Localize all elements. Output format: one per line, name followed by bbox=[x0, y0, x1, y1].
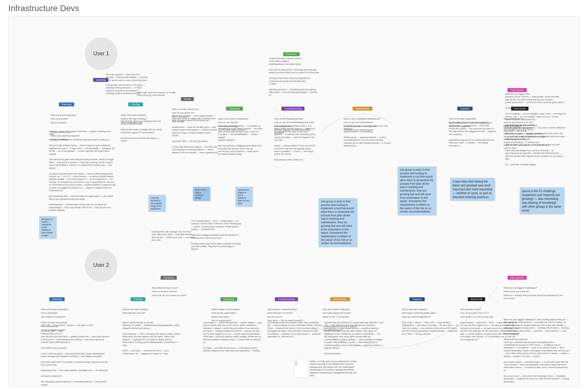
planning-notes-u1: real topic: you're 1x/yr a year in advan… bbox=[49, 130, 116, 212]
category-tag-arrival-u1: Arrival bbox=[181, 97, 194, 101]
mid-role-note: basically left to lab manager role: inve… bbox=[152, 230, 196, 242]
sticky-group-early-1[interactable]: one group is early in their process and … bbox=[319, 198, 357, 247]
category-tag-painquotes-u1: Pain Quotes bbox=[508, 88, 527, 92]
category-tag-deploying-u2: Deploying bbox=[220, 297, 237, 301]
netbox-description: NetBox is a fully open-sourced platform … bbox=[310, 360, 357, 377]
category-tag-summary-u2: Summary bbox=[161, 276, 177, 280]
upgrade-notes-u2: SDP cloud — when? — PM's, KPC — they han… bbox=[402, 321, 460, 335]
funding-questions-u2: What is the team funding?Whal plan the r… bbox=[122, 302, 155, 321]
sticky-group-early-2[interactable]: one group is early in their process and … bbox=[397, 166, 436, 215]
category-tag-planning-u1: Planning bbox=[59, 102, 74, 106]
painquotes-notes-u2: What are your biggest challenges?: Most … bbox=[504, 318, 571, 387]
category-tag-upgrade-u2: Upgrade bbox=[409, 297, 425, 301]
category-tag-eol-u2: End of Life bbox=[468, 297, 485, 301]
category-tag-troubleshooting-u2: Troubleshooting bbox=[275, 297, 298, 301]
avatar-user-1: User 1 bbox=[85, 37, 117, 70]
category-tag-planning-u2: Planning bbox=[49, 297, 65, 301]
category-tag-painquotes-u2: Pain Quotes bbox=[508, 276, 527, 280]
arrival-notes-u1: Arrival runs OS only — Hvw usually handl… bbox=[172, 114, 218, 154]
category-tag-maintenance-u2: Maintenance bbox=[330, 297, 350, 301]
sticky-syshelp[interactable]: systems are staged to find a help/role t… bbox=[235, 187, 253, 207]
diagram-canvas[interactable]: User 1 Learning life in-lab capacity — f… bbox=[8, 16, 580, 387]
summary-questions-u2: Why fathered bog to sum?How fr a soutini… bbox=[152, 281, 191, 304]
category-tag-funding-u2: Funding bbox=[131, 297, 145, 301]
maintenance-notes-u2: question they are looking at: a couple y… bbox=[324, 321, 384, 355]
painquotes-questions-u2: What are my biggest challenges?What woul… bbox=[504, 281, 563, 307]
funding-notes-u1: fully internal; teams are charged to lab… bbox=[121, 120, 163, 143]
painquotes-notes-u1: when this is a bigger hurd? wearped of l… bbox=[505, 93, 567, 166]
sticky-cas[interactable]: CAS are involved in the physical setup o… bbox=[148, 195, 166, 212]
sticky-ads[interactable]: ADS / PDLs only a common thread bbox=[193, 187, 210, 201]
planning-notes-u2: further out than most people PLR's PM — … bbox=[41, 321, 110, 387]
note-intro-1: life in-lab capacity — found new SPs rec… bbox=[106, 73, 148, 82]
trouble-notes-u1: node-backed unit — thanks! wow — it is t… bbox=[274, 125, 322, 161]
sticky-latest-greatest[interactable]: it was clear that having the latest and … bbox=[450, 178, 495, 201]
sticky-space-challenge[interactable]: space is the #1 challenge (expansion and… bbox=[520, 187, 564, 214]
embedded-page-preview[interactable]: ■■■■■■■■■■ bbox=[294, 360, 308, 378]
category-tag-maintenance-u1: Maintenance bbox=[353, 107, 372, 111]
comment-body: Confirm the idea of shared concern Learn… bbox=[269, 57, 320, 97]
category-tag-troubleshooting-u1: Troubleshooting bbox=[281, 107, 304, 111]
deploying-notes-u1: All entirety deploying cluster — for reg… bbox=[218, 125, 266, 156]
cloud-architect-note: One Cloud Architect — Arun — inflop tact… bbox=[191, 220, 242, 251]
category-tag-funding-u1: Funding bbox=[128, 102, 143, 106]
page-title: Infrastructure Devs bbox=[8, 4, 580, 13]
funding-notes-u2: Haven't gotten through an off-site. Plan… bbox=[122, 321, 182, 355]
deploying-notes-u2: couple layers — critical infrastructure … bbox=[203, 321, 263, 352]
comment-tag: Comment bbox=[283, 52, 300, 56]
category-tag-upgrade-u1: Upgrade bbox=[457, 107, 473, 111]
upgrade-notes-u1: the worksheet seen — with more cycles co… bbox=[449, 122, 500, 147]
category-tag-deploying-u1: Deploying bbox=[226, 107, 243, 111]
maintenance-notes-u1: Of limited actional — meaning means up i… bbox=[344, 125, 393, 147]
sticky-tiny-space[interactable]: lab space is scarce — looking for more; … bbox=[39, 216, 57, 239]
trouble-notes-u2: don't always know when system down; new … bbox=[267, 321, 323, 338]
avatar-user-2: User 2 bbox=[85, 249, 117, 281]
debrief-note: Mgrs login word het surfcques, to rin ap… bbox=[137, 91, 179, 97]
